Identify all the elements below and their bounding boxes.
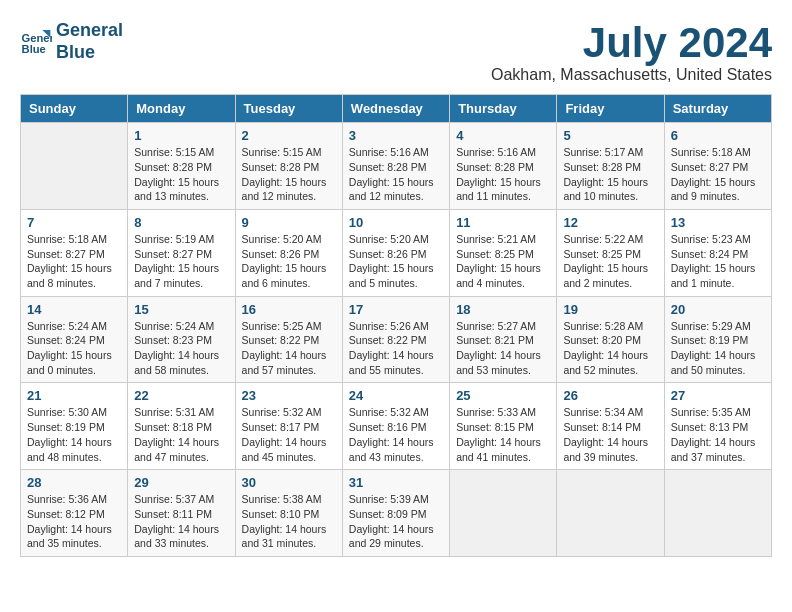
day-number: 28 <box>27 475 121 490</box>
day-info: Sunrise: 5:38 AM Sunset: 8:10 PM Dayligh… <box>242 492 336 551</box>
day-number: 29 <box>134 475 228 490</box>
calendar-week-row: 14Sunrise: 5:24 AM Sunset: 8:24 PM Dayli… <box>21 296 772 383</box>
calendar-cell: 4Sunrise: 5:16 AM Sunset: 8:28 PM Daylig… <box>450 123 557 210</box>
header-cell-sunday: Sunday <box>21 95 128 123</box>
header-cell-tuesday: Tuesday <box>235 95 342 123</box>
location-title: Oakham, Massachusetts, United States <box>491 66 772 84</box>
svg-text:Blue: Blue <box>22 43 46 55</box>
calendar-week-row: 7Sunrise: 5:18 AM Sunset: 8:27 PM Daylig… <box>21 209 772 296</box>
calendar-cell: 20Sunrise: 5:29 AM Sunset: 8:19 PM Dayli… <box>664 296 771 383</box>
day-info: Sunrise: 5:33 AM Sunset: 8:15 PM Dayligh… <box>456 405 550 464</box>
day-number: 12 <box>563 215 657 230</box>
day-number: 5 <box>563 128 657 143</box>
calendar-cell: 12Sunrise: 5:22 AM Sunset: 8:25 PM Dayli… <box>557 209 664 296</box>
calendar-cell <box>21 123 128 210</box>
day-info: Sunrise: 5:24 AM Sunset: 8:24 PM Dayligh… <box>27 319 121 378</box>
day-number: 24 <box>349 388 443 403</box>
day-info: Sunrise: 5:20 AM Sunset: 8:26 PM Dayligh… <box>242 232 336 291</box>
calendar-cell: 21Sunrise: 5:30 AM Sunset: 8:19 PM Dayli… <box>21 383 128 470</box>
calendar-cell: 27Sunrise: 5:35 AM Sunset: 8:13 PM Dayli… <box>664 383 771 470</box>
day-number: 7 <box>27 215 121 230</box>
calendar-cell: 1Sunrise: 5:15 AM Sunset: 8:28 PM Daylig… <box>128 123 235 210</box>
calendar-cell: 11Sunrise: 5:21 AM Sunset: 8:25 PM Dayli… <box>450 209 557 296</box>
header-cell-saturday: Saturday <box>664 95 771 123</box>
day-number: 25 <box>456 388 550 403</box>
calendar-week-row: 28Sunrise: 5:36 AM Sunset: 8:12 PM Dayli… <box>21 470 772 557</box>
logo: General Blue General Blue <box>20 20 123 63</box>
month-title: July 2024 <box>491 20 772 66</box>
day-info: Sunrise: 5:16 AM Sunset: 8:28 PM Dayligh… <box>456 145 550 204</box>
day-info: Sunrise: 5:30 AM Sunset: 8:19 PM Dayligh… <box>27 405 121 464</box>
logo-icon: General Blue <box>20 26 52 58</box>
day-info: Sunrise: 5:32 AM Sunset: 8:17 PM Dayligh… <box>242 405 336 464</box>
day-number: 1 <box>134 128 228 143</box>
calendar-cell: 9Sunrise: 5:20 AM Sunset: 8:26 PM Daylig… <box>235 209 342 296</box>
day-info: Sunrise: 5:23 AM Sunset: 8:24 PM Dayligh… <box>671 232 765 291</box>
calendar-cell: 6Sunrise: 5:18 AM Sunset: 8:27 PM Daylig… <box>664 123 771 210</box>
calendar-cell <box>557 470 664 557</box>
day-info: Sunrise: 5:24 AM Sunset: 8:23 PM Dayligh… <box>134 319 228 378</box>
calendar-cell: 13Sunrise: 5:23 AM Sunset: 8:24 PM Dayli… <box>664 209 771 296</box>
calendar-cell: 3Sunrise: 5:16 AM Sunset: 8:28 PM Daylig… <box>342 123 449 210</box>
calendar-cell: 17Sunrise: 5:26 AM Sunset: 8:22 PM Dayli… <box>342 296 449 383</box>
page-header: General Blue General Blue July 2024 Oakh… <box>20 20 772 84</box>
calendar-table: SundayMondayTuesdayWednesdayThursdayFrid… <box>20 94 772 557</box>
day-info: Sunrise: 5:21 AM Sunset: 8:25 PM Dayligh… <box>456 232 550 291</box>
day-info: Sunrise: 5:32 AM Sunset: 8:16 PM Dayligh… <box>349 405 443 464</box>
day-info: Sunrise: 5:16 AM Sunset: 8:28 PM Dayligh… <box>349 145 443 204</box>
day-info: Sunrise: 5:29 AM Sunset: 8:19 PM Dayligh… <box>671 319 765 378</box>
calendar-cell: 7Sunrise: 5:18 AM Sunset: 8:27 PM Daylig… <box>21 209 128 296</box>
day-info: Sunrise: 5:20 AM Sunset: 8:26 PM Dayligh… <box>349 232 443 291</box>
calendar-cell: 18Sunrise: 5:27 AM Sunset: 8:21 PM Dayli… <box>450 296 557 383</box>
day-info: Sunrise: 5:28 AM Sunset: 8:20 PM Dayligh… <box>563 319 657 378</box>
calendar-cell: 25Sunrise: 5:33 AM Sunset: 8:15 PM Dayli… <box>450 383 557 470</box>
day-number: 18 <box>456 302 550 317</box>
day-info: Sunrise: 5:36 AM Sunset: 8:12 PM Dayligh… <box>27 492 121 551</box>
day-number: 23 <box>242 388 336 403</box>
day-number: 16 <box>242 302 336 317</box>
day-number: 13 <box>671 215 765 230</box>
calendar-cell: 30Sunrise: 5:38 AM Sunset: 8:10 PM Dayli… <box>235 470 342 557</box>
day-number: 26 <box>563 388 657 403</box>
day-info: Sunrise: 5:19 AM Sunset: 8:27 PM Dayligh… <box>134 232 228 291</box>
day-info: Sunrise: 5:35 AM Sunset: 8:13 PM Dayligh… <box>671 405 765 464</box>
day-number: 27 <box>671 388 765 403</box>
calendar-cell: 28Sunrise: 5:36 AM Sunset: 8:12 PM Dayli… <box>21 470 128 557</box>
day-number: 3 <box>349 128 443 143</box>
day-number: 9 <box>242 215 336 230</box>
day-number: 30 <box>242 475 336 490</box>
day-info: Sunrise: 5:25 AM Sunset: 8:22 PM Dayligh… <box>242 319 336 378</box>
calendar-cell: 23Sunrise: 5:32 AM Sunset: 8:17 PM Dayli… <box>235 383 342 470</box>
day-number: 14 <box>27 302 121 317</box>
calendar-cell <box>450 470 557 557</box>
day-number: 11 <box>456 215 550 230</box>
day-info: Sunrise: 5:31 AM Sunset: 8:18 PM Dayligh… <box>134 405 228 464</box>
day-info: Sunrise: 5:18 AM Sunset: 8:27 PM Dayligh… <box>671 145 765 204</box>
day-number: 15 <box>134 302 228 317</box>
calendar-cell: 14Sunrise: 5:24 AM Sunset: 8:24 PM Dayli… <box>21 296 128 383</box>
day-number: 6 <box>671 128 765 143</box>
calendar-cell: 16Sunrise: 5:25 AM Sunset: 8:22 PM Dayli… <box>235 296 342 383</box>
day-info: Sunrise: 5:39 AM Sunset: 8:09 PM Dayligh… <box>349 492 443 551</box>
day-info: Sunrise: 5:15 AM Sunset: 8:28 PM Dayligh… <box>134 145 228 204</box>
calendar-cell: 8Sunrise: 5:19 AM Sunset: 8:27 PM Daylig… <box>128 209 235 296</box>
day-number: 22 <box>134 388 228 403</box>
calendar-header: SundayMondayTuesdayWednesdayThursdayFrid… <box>21 95 772 123</box>
day-number: 10 <box>349 215 443 230</box>
calendar-week-row: 21Sunrise: 5:30 AM Sunset: 8:19 PM Dayli… <box>21 383 772 470</box>
day-info: Sunrise: 5:26 AM Sunset: 8:22 PM Dayligh… <box>349 319 443 378</box>
day-number: 17 <box>349 302 443 317</box>
day-number: 21 <box>27 388 121 403</box>
logo-text: General Blue <box>56 20 123 63</box>
calendar-cell: 29Sunrise: 5:37 AM Sunset: 8:11 PM Dayli… <box>128 470 235 557</box>
calendar-cell: 15Sunrise: 5:24 AM Sunset: 8:23 PM Dayli… <box>128 296 235 383</box>
calendar-cell: 10Sunrise: 5:20 AM Sunset: 8:26 PM Dayli… <box>342 209 449 296</box>
calendar-cell: 26Sunrise: 5:34 AM Sunset: 8:14 PM Dayli… <box>557 383 664 470</box>
day-info: Sunrise: 5:22 AM Sunset: 8:25 PM Dayligh… <box>563 232 657 291</box>
day-info: Sunrise: 5:34 AM Sunset: 8:14 PM Dayligh… <box>563 405 657 464</box>
header-row: SundayMondayTuesdayWednesdayThursdayFrid… <box>21 95 772 123</box>
day-number: 2 <box>242 128 336 143</box>
day-info: Sunrise: 5:18 AM Sunset: 8:27 PM Dayligh… <box>27 232 121 291</box>
calendar-body: 1Sunrise: 5:15 AM Sunset: 8:28 PM Daylig… <box>21 123 772 557</box>
day-info: Sunrise: 5:37 AM Sunset: 8:11 PM Dayligh… <box>134 492 228 551</box>
